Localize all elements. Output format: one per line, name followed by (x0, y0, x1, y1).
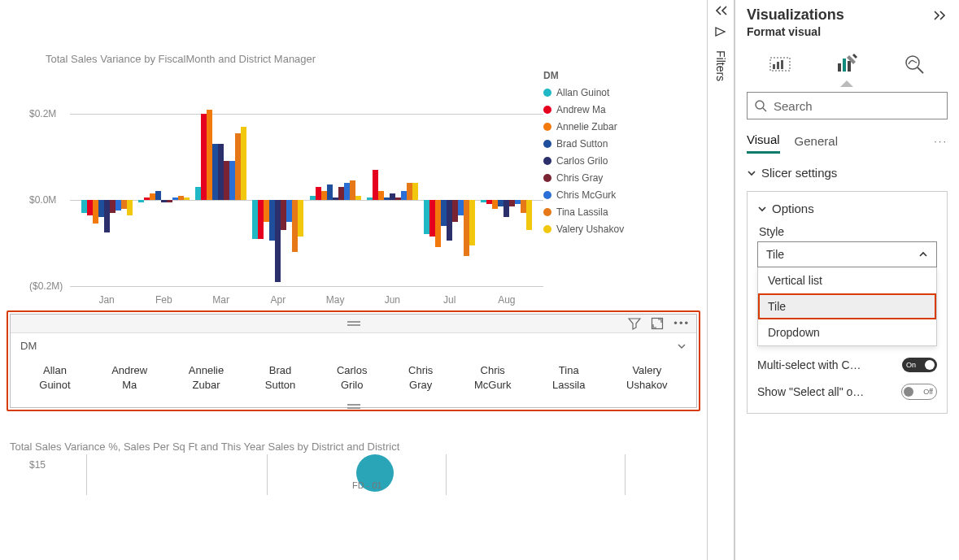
legend-swatch (543, 140, 551, 148)
collapse-chevrons-icon[interactable] (713, 5, 728, 16)
chart-plot-area: $0.2M$0.0M($0.2M)JanFebMarAprMayJunJulAu… (7, 70, 543, 306)
slicer-tile[interactable]: AnnelieZubar (189, 363, 224, 393)
legend-item[interactable]: Andrew Ma (543, 104, 624, 115)
options-card: Options Style Tile Vertical listTileDrop… (747, 191, 948, 414)
svg-rect-3 (777, 62, 779, 69)
svg-line-11 (763, 108, 766, 111)
svg-rect-7 (848, 61, 851, 72)
chart-visual[interactable]: Total Sales Variance by FiscalMonth and … (7, 53, 700, 306)
legend-label: Carlos Grilo (556, 155, 608, 167)
x-axis-label: Jul (421, 294, 478, 306)
build-visual-tab-icon[interactable] (764, 48, 796, 79)
legend-item[interactable]: Chris McGurk (543, 189, 624, 201)
style-label: Style (759, 225, 937, 238)
visualizations-title: Visualizations (747, 7, 844, 24)
legend-label: Chris McGurk (556, 189, 616, 201)
chart2-bubble-label: FD - 01 (352, 480, 382, 490)
legend-item[interactable]: Chris Gray (543, 172, 624, 184)
legend-label: Valery Ushakov (556, 224, 624, 235)
more-options-icon[interactable]: ••• (673, 317, 690, 330)
drag-grip-icon[interactable] (347, 321, 360, 326)
slicer-header-bar[interactable]: ••• (11, 315, 696, 333)
chevron-down-icon (757, 204, 767, 214)
slicer-tile[interactable]: AndrewMa (111, 363, 147, 393)
y-axis-label: $0.0M (29, 194, 56, 206)
chart-title: Total Sales Variance by FiscalMonth and … (46, 53, 700, 65)
chevron-down-icon[interactable] (677, 341, 687, 351)
legend-label: Chris Gray (556, 172, 603, 184)
x-axis-label: Mar (193, 294, 250, 306)
expand-chevrons-icon[interactable] (933, 10, 948, 21)
slicer-tile[interactable]: ChrisMcGurk (474, 363, 512, 393)
x-axis-label: Aug (478, 294, 535, 306)
slicer-tile[interactable]: ChrisGray (408, 363, 433, 393)
slicer-visual[interactable]: ••• DM AllanGuinotAndrewMaAnnelieZubarBr… (10, 314, 697, 408)
tab-general[interactable]: General (795, 129, 838, 153)
style-option[interactable]: Tile (758, 293, 936, 319)
chart2-ytick: $15 (29, 459, 46, 471)
legend-label: Annelie Zubar (556, 121, 617, 132)
legend-swatch (543, 89, 551, 97)
slicer-tile[interactable]: AllanGuinot (39, 363, 70, 393)
legend-item[interactable]: Tina Lassila (543, 206, 624, 218)
svg-rect-2 (773, 64, 775, 69)
style-option[interactable]: Vertical list (758, 267, 936, 293)
chart-legend: DM Allan GuinotAndrew MaAnnelie ZubarBra… (543, 70, 624, 306)
visualizations-pane: Visualizations Format visual Search Visu… (735, 0, 959, 560)
legend-swatch (543, 191, 551, 199)
legend-item[interactable]: Carlos Grilo (543, 155, 624, 167)
tab-more-icon[interactable]: ··· (934, 135, 948, 147)
analytics-tab-icon[interactable] (898, 48, 931, 79)
svg-rect-6 (843, 59, 846, 72)
slicer-field-header[interactable]: DM (11, 333, 696, 358)
style-option[interactable]: Dropdown (758, 319, 936, 345)
x-axis-label: May (307, 294, 364, 306)
legend-swatch (543, 157, 551, 165)
legend-item[interactable]: Annelie Zubar (543, 121, 624, 132)
y-axis-label: $0.2M (29, 108, 56, 119)
filter-icon[interactable] (628, 317, 641, 330)
multiselect-toggle[interactable]: On (902, 358, 937, 372)
resize-handle-bottom[interactable] (347, 404, 360, 409)
selectall-toggle[interactable]: Off (901, 384, 937, 400)
legend-swatch (543, 208, 551, 216)
slicer-tiles: AllanGuinotAndrewMaAnnelieZubarBradSutto… (11, 358, 696, 407)
slicer-field-name: DM (20, 340, 37, 352)
report-canvas: Total Sales Variance by FiscalMonth and … (0, 0, 707, 560)
y-axis-label: ($0.2M) (29, 280, 63, 292)
legend-label: Brad Sutton (556, 138, 608, 150)
legend-item[interactable]: Allan Guinot (543, 87, 624, 98)
svg-point-8 (906, 56, 919, 69)
tab-visual[interactable]: Visual (747, 128, 780, 154)
search-input[interactable]: Search (747, 92, 948, 119)
legend-swatch (543, 225, 551, 233)
chevron-up-icon (918, 250, 928, 259)
chart2-visual[interactable]: $15 FD - 01 (7, 454, 700, 495)
svg-line-9 (918, 67, 923, 73)
slicer-tile[interactable]: ValeryUshakov (626, 363, 668, 393)
filters-pane-collapsed[interactable]: Filters (707, 0, 735, 560)
style-dropdown-value: Tile (766, 248, 784, 261)
legend-swatch (543, 123, 551, 131)
legend-item[interactable]: Brad Sutton (543, 138, 624, 150)
focus-mode-icon[interactable] (651, 317, 664, 330)
multiselect-label: Multi-select with C… (757, 358, 861, 371)
legend-title: DM (543, 70, 624, 81)
slicer-tile[interactable]: CarlosGrilo (337, 363, 368, 393)
legend-item[interactable]: Valery Ushakov (543, 224, 624, 235)
options-header[interactable]: Options (757, 202, 937, 215)
format-visual-tab-icon[interactable] (830, 48, 863, 79)
format-visual-label: Format visual (735, 25, 959, 45)
slicer-settings-header[interactable]: Slicer settings (747, 166, 948, 180)
style-dropdown[interactable]: Tile (757, 241, 937, 267)
legend-swatch (543, 174, 551, 182)
search-icon (754, 99, 767, 112)
legend-label: Allan Guinot (556, 87, 609, 98)
chevron-down-icon (747, 168, 756, 178)
slicer-tile[interactable]: TinaLassila (552, 363, 585, 393)
x-axis-label: Jan (78, 294, 135, 306)
x-axis-label: Jun (364, 294, 421, 306)
legend-label: Tina Lassila (556, 206, 608, 218)
slicer-tile[interactable]: BradSutton (265, 363, 296, 393)
filters-icon[interactable] (713, 24, 728, 39)
